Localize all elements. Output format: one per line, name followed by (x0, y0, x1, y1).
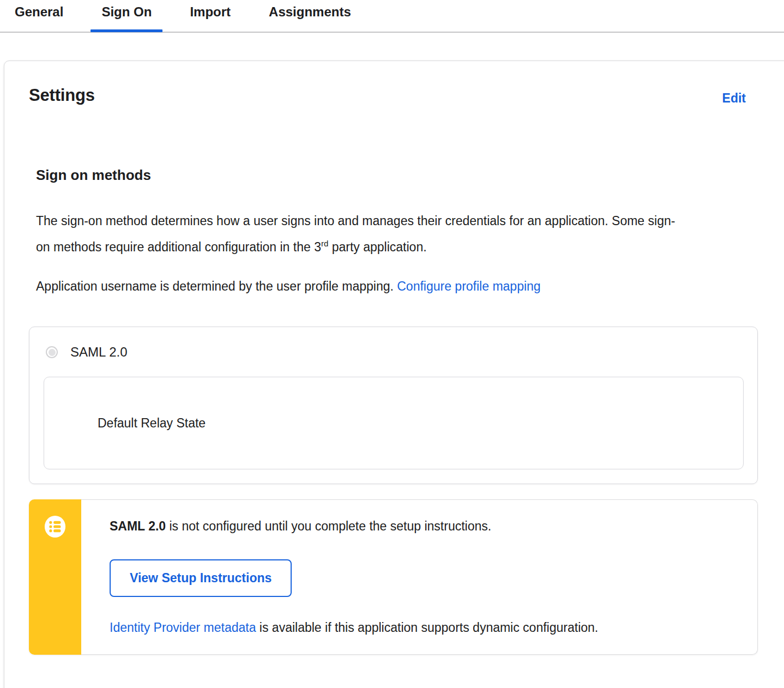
callout-body: SAML 2.0 is not configured until you com… (81, 499, 758, 655)
profile-mapping-line: Application username is determined by th… (36, 273, 758, 299)
saml-radio-row: SAML 2.0 (46, 345, 744, 360)
settings-title: Settings (29, 86, 95, 105)
settings-card-header: Settings Edit (29, 86, 758, 106)
app-tabbar: General Sign On Import Assignments (0, 0, 784, 33)
edit-settings-link[interactable]: Edit (722, 91, 746, 106)
settings-card: Settings Edit Sign on methods The sign-o… (4, 61, 784, 688)
saml-method-box: SAML 2.0 Default Relay State (29, 327, 758, 484)
identity-provider-metadata-link[interactable]: Identity Provider metadata (110, 620, 256, 635)
metadata-text-rest: is available if this application support… (256, 620, 598, 635)
tab-assignments[interactable]: Assignments (258, 0, 362, 31)
saml-radio-label[interactable]: SAML 2.0 (70, 345, 128, 360)
saml-setup-callout: SAML 2.0 is not configured until you com… (29, 499, 758, 655)
setup-instructions-list-icon (44, 515, 67, 538)
metadata-line: Identity Provider metadata is available … (110, 619, 735, 636)
view-setup-instructions-button[interactable]: View Setup Instructions (110, 559, 292, 597)
saml-radio-button[interactable] (46, 346, 58, 358)
description-text-2: party application. (328, 240, 426, 254)
description-superscript: rd (321, 239, 328, 248)
tab-sign-on[interactable]: Sign On (91, 0, 162, 31)
profile-mapping-text: Application username is determined by th… (36, 279, 397, 293)
callout-accent-bar (29, 499, 81, 655)
callout-message-rest: is not configured until you complete the… (166, 519, 491, 533)
configure-profile-mapping-link[interactable]: Configure profile mapping (397, 279, 540, 293)
sign-on-methods-heading: Sign on methods (36, 167, 758, 184)
callout-message-bold: SAML 2.0 (110, 519, 166, 533)
default-relay-state-box: Default Relay State (44, 377, 744, 469)
sign-on-method-description: The sign-on method determines how a user… (36, 208, 682, 260)
tab-general[interactable]: General (4, 0, 74, 31)
default-relay-state-label: Default Relay State (98, 416, 206, 431)
saml-radio-dot (49, 349, 56, 356)
tab-import[interactable]: Import (179, 0, 242, 31)
callout-message: SAML 2.0 is not configured until you com… (110, 518, 735, 534)
